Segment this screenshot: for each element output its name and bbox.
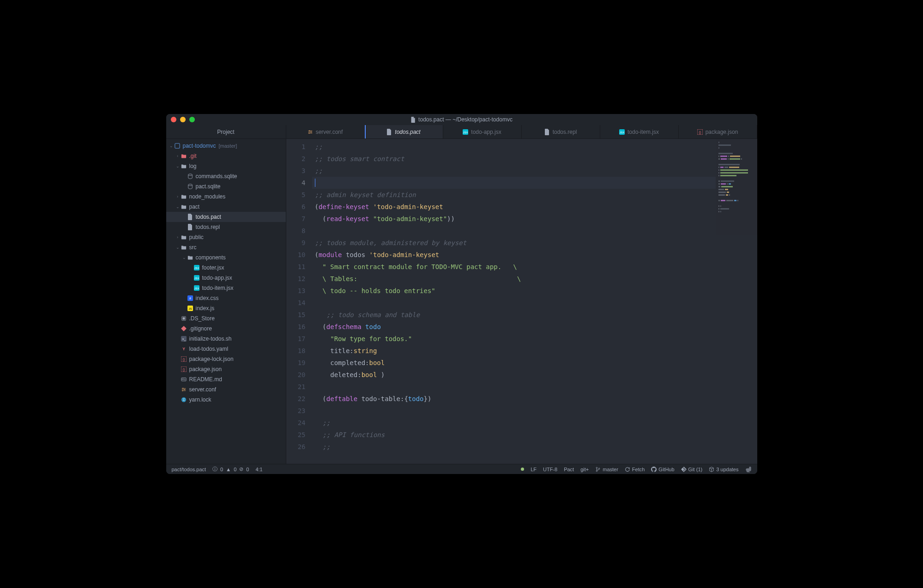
code-line[interactable]: "Row type for todos." bbox=[312, 333, 716, 345]
status-git[interactable]: Git (1) bbox=[681, 467, 703, 472]
token: deleted: bbox=[315, 371, 362, 378]
tree-item-todos-repl[interactable]: todos.repl bbox=[166, 222, 286, 232]
status-fetch[interactable]: Fetch bbox=[625, 467, 645, 472]
window-controls bbox=[171, 117, 195, 122]
token: ;; bbox=[315, 167, 323, 174]
code-line[interactable]: \ Tables: \ bbox=[312, 273, 716, 285]
code-line[interactable]: (defschema todo bbox=[312, 321, 716, 333]
status-github[interactable]: GitHub bbox=[651, 467, 674, 472]
code-line[interactable]: (deftable todo-table:{todo}) bbox=[312, 393, 716, 405]
code-line[interactable] bbox=[312, 381, 716, 393]
token: ;; todo schema and table bbox=[326, 311, 420, 318]
tree-item-label: .gitignore bbox=[189, 325, 212, 332]
tree-item-public[interactable]: ›public bbox=[166, 232, 286, 242]
close-button[interactable] bbox=[171, 117, 176, 122]
status-cursor[interactable]: 4:1 bbox=[255, 467, 262, 472]
code-line[interactable]: ;; todos module, administered by keyset bbox=[312, 237, 716, 249]
file-tree[interactable]: ⌄ pact-todomvc [master] ›.git⌄logcommand… bbox=[166, 139, 286, 464]
tree-item--git[interactable]: ›.git bbox=[166, 151, 286, 161]
code-line[interactable]: ;; bbox=[312, 141, 716, 153]
code-line[interactable]: title:string bbox=[312, 345, 716, 357]
code-line[interactable]: ;; bbox=[312, 165, 716, 177]
code-line[interactable]: ;; bbox=[312, 441, 716, 453]
tree-item-package-lock-json[interactable]: {}package-lock.json bbox=[166, 354, 286, 364]
tab-package-json[interactable]: {}package.json bbox=[679, 125, 757, 138]
status-gitplus[interactable]: git+ bbox=[580, 467, 589, 472]
minimize-button[interactable] bbox=[180, 117, 186, 122]
code-line[interactable]: ;; API functions bbox=[312, 429, 716, 441]
status-branch[interactable]: master bbox=[595, 467, 618, 472]
tree-item-label: todos.repl bbox=[196, 224, 220, 230]
minimap-line bbox=[718, 200, 754, 201]
status-diagnostics[interactable]: ⓘ0 ▲0 ⊘0 bbox=[212, 466, 249, 473]
tree-item-index-js[interactable]: JSindex.js bbox=[166, 303, 286, 313]
line-number: 11 bbox=[286, 261, 306, 273]
tree-item-todo-app-jsx[interactable]: JSXtodo-app.jsx bbox=[166, 273, 286, 283]
minimap-line bbox=[718, 197, 754, 198]
tab-todos-repl[interactable]: todos.repl bbox=[522, 125, 600, 138]
code-line[interactable]: ;; todos smart contract bbox=[312, 153, 716, 165]
minimap-line bbox=[718, 156, 754, 157]
maximize-button[interactable] bbox=[189, 117, 195, 122]
code-line[interactable] bbox=[312, 225, 716, 237]
tree-item-load-todos-yaml[interactable]: Yload-todos.yaml bbox=[166, 344, 286, 354]
tree-item-package-json[interactable]: {}package.json bbox=[166, 364, 286, 374]
token: ( bbox=[315, 323, 326, 330]
tree-item-node-modules[interactable]: ›node_modules bbox=[166, 192, 286, 202]
code-line[interactable]: (define-keyset 'todo-admin-keyset bbox=[312, 201, 716, 213]
code-line[interactable]: (module todos 'todo-admin-keyset bbox=[312, 249, 716, 261]
squirrel-icon[interactable] bbox=[745, 466, 752, 473]
token: \ Tables: \ bbox=[322, 275, 521, 282]
svg-text:JSX: JSX bbox=[194, 287, 199, 290]
token bbox=[315, 335, 331, 342]
code-line[interactable] bbox=[312, 405, 716, 417]
code-line[interactable]: ;; todo schema and table bbox=[312, 309, 716, 321]
editor[interactable]: 1234567891011121314151617181920212223242… bbox=[286, 139, 757, 464]
code-line[interactable]: ;; admin keyset definition bbox=[312, 189, 716, 201]
yaml-icon: Y bbox=[180, 346, 187, 352]
tab-todo-item-jsx[interactable]: JSXtodo-item.jsx bbox=[600, 125, 679, 138]
code-line[interactable]: " Smart contract module for TODO-MVC pac… bbox=[312, 261, 716, 273]
code-line[interactable]: \ todo -- holds todo entries" bbox=[312, 285, 716, 297]
tree-item-todos-pact[interactable]: todos.pact bbox=[166, 212, 286, 222]
tab-todo-app-jsx[interactable]: JSXtodo-app.jsx bbox=[443, 125, 522, 138]
status-line-ending[interactable]: LF bbox=[531, 467, 537, 472]
status-encoding[interactable]: UTF-8 bbox=[543, 467, 557, 472]
token: todo-table:{ bbox=[357, 395, 408, 402]
tree-item-todo-item-jsx[interactable]: JSXtodo-item.jsx bbox=[166, 283, 286, 293]
code-line[interactable]: deleted:bool ) bbox=[312, 369, 716, 381]
code-line[interactable] bbox=[312, 177, 716, 189]
tab-server-conf[interactable]: server.conf bbox=[286, 125, 365, 138]
code-line[interactable] bbox=[312, 297, 716, 309]
tree-item-pact[interactable]: ⌄pact bbox=[166, 202, 286, 212]
tree-item-label: yarn.lock bbox=[189, 396, 211, 403]
folder-icon bbox=[180, 234, 187, 240]
tree-item-components[interactable]: ⌄components bbox=[166, 252, 286, 263]
tree-item-yarn-lock[interactable]: yarn.lock bbox=[166, 395, 286, 405]
minimap[interactable] bbox=[716, 139, 757, 464]
tab-todos-pact[interactable]: todos.pact bbox=[365, 125, 443, 138]
code-line[interactable]: ;; bbox=[312, 417, 716, 429]
tree-item-footer-jsx[interactable]: JSXfooter.jsx bbox=[166, 263, 286, 273]
statusbar: pact/todos.pact ⓘ0 ▲0 ⊘0 4:1 LF UTF-8 Pa… bbox=[166, 464, 757, 474]
code-line[interactable]: completed:bool bbox=[312, 357, 716, 369]
status-updates[interactable]: 3 updates bbox=[709, 467, 738, 472]
line-number: 10 bbox=[286, 249, 306, 261]
code[interactable]: ;;;; todos smart contract;;;; admin keys… bbox=[312, 139, 716, 464]
tree-item-server-conf[interactable]: server.conf bbox=[166, 384, 286, 395]
tree-item-initialize-todos-sh[interactable]: >_initialize-todos.sh bbox=[166, 334, 286, 344]
tree-root[interactable]: ⌄ pact-todomvc [master] bbox=[166, 141, 286, 151]
svg-point-1 bbox=[188, 174, 192, 175]
tree-item-src[interactable]: ⌄src bbox=[166, 242, 286, 252]
code-line[interactable]: (read-keyset "todo-admin-keyset")) bbox=[312, 213, 716, 225]
tree-item--ds-store[interactable]: .DS_Store bbox=[166, 313, 286, 324]
tree-item-pact-sqlite[interactable]: pact.sqlite bbox=[166, 181, 286, 192]
tree-item-index-css[interactable]: #index.css bbox=[166, 293, 286, 303]
line-number: 2 bbox=[286, 153, 306, 165]
tree-item--gitignore[interactable]: .gitignore bbox=[166, 324, 286, 334]
status-grammar[interactable]: Pact bbox=[564, 467, 574, 472]
tree-item-log[interactable]: ⌄log bbox=[166, 161, 286, 171]
status-filepath[interactable]: pact/todos.pact bbox=[172, 467, 206, 472]
tree-item-readme-md[interactable]: README.md bbox=[166, 374, 286, 384]
tree-item-commands-sqlite[interactable]: commands.sqlite bbox=[166, 171, 286, 181]
